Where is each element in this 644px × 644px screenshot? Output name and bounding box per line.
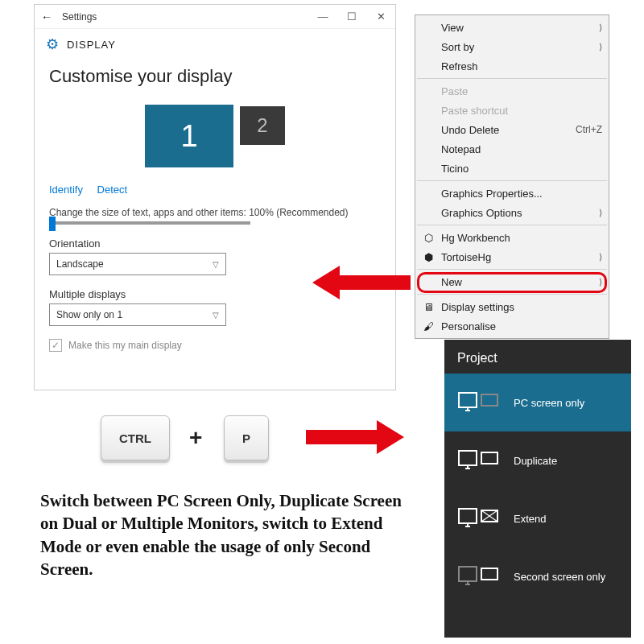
menu-item-label: Display settings	[441, 301, 514, 313]
menu-item-label: New	[441, 276, 462, 288]
monitor-arrangement[interactable]: 1 2	[35, 97, 395, 184]
disp-icon: 🖥	[422, 300, 435, 313]
svg-rect-3	[481, 568, 497, 580]
minimize-button[interactable]: —	[308, 10, 337, 23]
menu-item-refresh[interactable]: Refresh	[415, 56, 609, 76]
menu-item-graphics-properties-[interactable]: Graphics Properties...	[415, 184, 609, 203]
project-option-label: Duplicate	[514, 455, 557, 467]
menu-item-personalise[interactable]: 🖌Personalise	[415, 316, 609, 336]
orientation-label: Orientation	[35, 225, 395, 253]
pers-icon: 🖌	[422, 320, 435, 332]
plus-icon: +	[189, 425, 202, 451]
p-key: P	[224, 415, 269, 460]
hg-icon: ⬡	[422, 231, 435, 244]
project-mode-icon	[457, 448, 499, 473]
settings-header: ⚙ DISPLAY	[35, 29, 395, 60]
menu-item-label: Ticino	[441, 163, 469, 175]
menu-item-display-settings[interactable]: 🖥Display settings	[415, 297, 609, 316]
menu-item-label: Hg Workbench	[441, 232, 510, 244]
submenu-arrow-icon: ⟩	[599, 42, 602, 52]
project-panel: Project PC screen onlyDuplicateExtendSec…	[444, 340, 631, 638]
close-button[interactable]: ✕	[366, 10, 395, 23]
project-option-label: Extend	[514, 513, 546, 525]
slider-thumb[interactable]	[49, 217, 56, 231]
back-button[interactable]: ←	[35, 10, 59, 23]
page-section: DISPLAY	[67, 39, 116, 51]
menu-item-undo-delete[interactable]: Undo DeleteCtrl+Z	[415, 120, 609, 139]
menu-item-hg-workbench[interactable]: ⬡Hg Workbench	[415, 228, 609, 247]
project-option-label: PC screen only	[514, 397, 584, 409]
display-links: Identify Detect	[35, 184, 395, 196]
detect-link[interactable]: Detect	[97, 184, 128, 196]
menu-item-label: Personalise	[441, 320, 496, 332]
menu-separator	[417, 269, 607, 270]
settings-window: ← Settings — ☐ ✕ ⚙ DISPLAY Customise you…	[34, 4, 396, 390]
main-display-checkbox[interactable]: ✓	[49, 339, 62, 352]
project-option-pc-screen-only[interactable]: PC screen only	[444, 374, 631, 431]
chevron-down-icon: ▽	[213, 311, 219, 320]
menu-item-paste-shortcut: Paste shortcut	[415, 101, 609, 120]
identify-link[interactable]: Identify	[49, 184, 83, 196]
page-title: Customise your display	[35, 60, 395, 97]
window-title: Settings	[59, 11, 308, 23]
menu-item-paste: Paste	[415, 81, 609, 101]
orientation-select[interactable]: Landscape ▽	[49, 253, 226, 275]
orientation-value: Landscape	[56, 258, 104, 270]
submenu-arrow-icon: ⟩	[599, 23, 602, 33]
submenu-arrow-icon: ⟩	[599, 252, 602, 262]
menu-shortcut: Ctrl+Z	[576, 124, 602, 135]
maximize-button[interactable]: ☐	[337, 10, 366, 23]
menu-item-label: Paste	[441, 85, 468, 97]
project-option-duplicate[interactable]: Duplicate	[444, 431, 631, 489]
svg-rect-1	[481, 452, 497, 464]
menu-item-label: Paste shortcut	[441, 105, 508, 117]
menu-separator	[417, 78, 607, 79]
chevron-down-icon: ▽	[213, 260, 219, 269]
multiple-displays-select[interactable]: Show only on 1 ▽	[49, 303, 226, 326]
project-title: Project	[444, 340, 631, 374]
menu-item-label: View	[441, 22, 464, 34]
scale-label: Change the size of text, apps and other …	[35, 196, 395, 221]
menu-item-ticino[interactable]: Ticino	[415, 159, 609, 178]
scale-slider[interactable]	[49, 221, 250, 225]
menu-item-label: Graphics Options	[441, 207, 522, 219]
menu-separator	[417, 225, 607, 225]
menu-item-label: Sort by	[441, 41, 474, 53]
menu-item-label: Notepad	[441, 143, 481, 155]
monitor-2[interactable]: 2	[240, 106, 285, 145]
monitor-1[interactable]: 1	[145, 105, 233, 167]
menu-item-label: Graphics Properties...	[441, 188, 543, 200]
menu-separator	[417, 294, 607, 295]
caption-text: Switch between PC Screen Only, Duplicate…	[40, 489, 411, 580]
menu-item-new[interactable]: New⟩	[415, 272, 609, 291]
gear-icon: ⚙	[46, 35, 59, 53]
project-mode-icon	[457, 564, 499, 589]
svg-rect-0	[481, 394, 497, 406]
menu-item-label: Refresh	[441, 60, 478, 72]
multiple-displays-value: Show only on 1	[56, 309, 122, 320]
project-option-extend[interactable]: Extend	[444, 489, 631, 547]
main-display-row: ✓ Make this my main display	[35, 326, 395, 365]
menu-separator	[417, 180, 607, 181]
submenu-arrow-icon: ⟩	[599, 277, 602, 287]
thg-icon: ⬢	[422, 250, 435, 263]
menu-item-view[interactable]: View⟩	[415, 18, 609, 37]
menu-item-label: Undo Delete	[441, 124, 499, 136]
ctrl-key: CTRL	[101, 415, 170, 460]
menu-item-sort-by[interactable]: Sort by⟩	[415, 37, 609, 56]
project-mode-icon	[457, 390, 499, 415]
menu-item-graphics-options[interactable]: Graphics Options⟩	[415, 203, 609, 222]
menu-item-tortoisehg[interactable]: ⬢TortoiseHg⟩	[415, 247, 609, 266]
desktop-context-menu: View⟩Sort by⟩RefreshPastePaste shortcutU…	[415, 14, 609, 339]
menu-item-label: TortoiseHg	[441, 251, 491, 263]
menu-item-notepad[interactable]: Notepad	[415, 139, 609, 159]
window-titlebar: ← Settings — ☐ ✕	[35, 5, 395, 29]
submenu-arrow-icon: ⟩	[599, 208, 602, 218]
project-mode-icon	[457, 506, 499, 531]
project-option-second-screen-only[interactable]: Second screen only	[444, 547, 631, 605]
main-display-label: Make this my main display	[68, 340, 182, 351]
project-option-label: Second screen only	[514, 571, 605, 583]
